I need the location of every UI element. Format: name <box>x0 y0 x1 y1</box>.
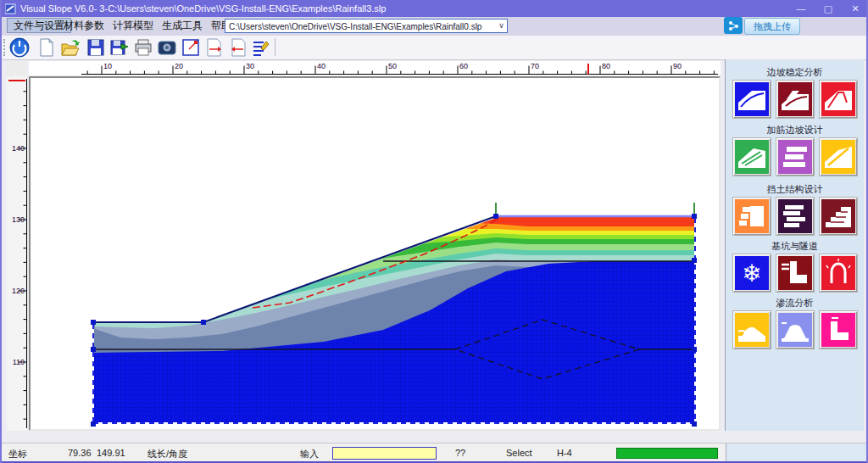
new-file-icon[interactable] <box>36 36 58 59</box>
coord-label: 坐标 <box>8 448 27 460</box>
snowflake-icon: ❄ <box>742 260 761 287</box>
combo-dropdown-arrow-icon[interactable]: ∨ <box>496 20 507 32</box>
menu-material-params[interactable]: 材料参数 <box>58 19 110 32</box>
svg-text:130: 130 <box>12 215 25 224</box>
vertical-ruler: 140130120110 <box>7 76 27 431</box>
edit-list-icon[interactable] <box>249 36 271 59</box>
select-mode-label: Select <box>506 448 532 458</box>
coord-x-value: 79.36 <box>68 448 92 458</box>
group-title-excavation-tunnel: 基坑与隧道 <box>726 240 864 253</box>
button-reinforced-layers[interactable] <box>776 137 815 176</box>
svg-text:140: 140 <box>12 144 25 153</box>
button-seepage-embankment[interactable] <box>776 310 815 349</box>
coord-y-value: 149.91 <box>97 448 125 458</box>
app-window: Visual Slope V6.0- 3-C:\Users\steven\One… <box>0 0 868 463</box>
button-reinforced-slope-green[interactable] <box>732 137 771 176</box>
page-back-icon[interactable] <box>227 36 249 59</box>
page-forward-icon[interactable] <box>203 36 225 59</box>
menu-calc-model[interactable]: 计算模型 <box>107 19 159 32</box>
group-title-reinforced-slope: 加筋边坡设计 <box>726 124 864 137</box>
svg-text:120: 120 <box>12 287 25 295</box>
button-seepage-structure[interactable] <box>819 310 858 349</box>
svg-text:30: 30 <box>246 62 254 70</box>
menu-bar: 文件与设置 材料参数 计算模型 生成工具 帮助 C:\Users\steven\… <box>2 17 868 36</box>
share-link-icon[interactable] <box>724 17 743 34</box>
file-path-combobox[interactable]: C:\Users\steven\OneDrive\VSG-Install-ENG… <box>225 19 508 33</box>
minimize-button[interactable]: — <box>790 2 812 15</box>
svg-text:80: 80 <box>602 62 610 70</box>
title-bar: Visual Slope V6.0- 3-C:\Users\steven\One… <box>2 0 868 17</box>
save-as-icon[interactable] <box>108 36 131 59</box>
svg-text:70: 70 <box>531 62 539 70</box>
svg-text:20: 20 <box>175 62 183 70</box>
mode-value: H-4 <box>557 448 572 458</box>
svg-text:90: 90 <box>673 62 682 70</box>
button-slope-stability-block[interactable] <box>776 80 815 119</box>
progress-bar <box>616 448 718 459</box>
group-title-retaining-structure: 挡土结构设计 <box>726 183 864 196</box>
toolbar-separator <box>275 38 275 56</box>
length-angle-label: 线长/角度 <box>147 448 187 460</box>
button-slope-stability-soil[interactable] <box>732 80 771 119</box>
button-reinforced-slope-gold[interactable] <box>819 137 858 176</box>
maximize-button[interactable]: ▢ <box>817 2 839 15</box>
button-tunnel-arch[interactable] <box>819 254 858 293</box>
window-layout-icon[interactable] <box>180 36 202 59</box>
save-icon[interactable] <box>85 36 107 59</box>
input-label: 输入 <box>300 448 319 460</box>
button-retaining-wall-blocks[interactable] <box>732 197 771 236</box>
button-ground-freezing[interactable]: ❄ <box>732 254 771 293</box>
svg-text:10: 10 <box>103 62 112 70</box>
button-slope-stability-slip[interactable] <box>819 80 858 119</box>
toolbar <box>2 36 868 60</box>
power-icon[interactable] <box>8 36 31 59</box>
button-retaining-layers[interactable] <box>776 197 815 236</box>
close-button[interactable]: ✕ <box>844 2 866 15</box>
button-retaining-stairs[interactable] <box>819 197 858 236</box>
app-icon <box>5 3 17 14</box>
button-seepage-dam[interactable] <box>732 310 771 349</box>
horizontal-ruler: 102030405060708090 <box>29 61 721 75</box>
print-icon[interactable] <box>132 36 154 59</box>
status-bar: 坐标 79.36 149.91 线长/角度 输入 ?? Select H-4 <box>2 443 868 462</box>
toolbar-grip <box>3 39 8 56</box>
analysis-panel: 边坡稳定分析 加筋边坡设计 挡土结构设计 基坑与隧道 渗流分析 <box>725 59 864 443</box>
window-title: Visual Slope V6.0- 3-C:\Users\steven\One… <box>20 3 386 14</box>
status-unknown-value: ?? <box>455 448 465 458</box>
open-folder-icon[interactable] <box>59 36 81 59</box>
svg-text:110: 110 <box>13 358 25 366</box>
slope-model-drawing[interactable] <box>31 78 719 429</box>
svg-text:50: 50 <box>388 62 397 70</box>
group-title-slope-stability: 边坡稳定分析 <box>726 66 864 79</box>
svg-text:40: 40 <box>317 62 326 70</box>
capture-icon[interactable] <box>156 36 178 59</box>
menu-generate-tools[interactable]: 生成工具 <box>156 19 209 32</box>
ruler-corner <box>7 61 27 75</box>
drag-upload-button[interactable]: 拖拽上传 <box>744 18 800 35</box>
command-input-field[interactable] <box>332 447 437 460</box>
status-right-panel <box>726 443 868 462</box>
group-title-seepage-analysis: 渗流分析 <box>726 297 864 310</box>
svg-text:60: 60 <box>459 62 468 70</box>
button-excavation-support[interactable] <box>776 254 815 293</box>
lower-gap <box>2 431 868 443</box>
